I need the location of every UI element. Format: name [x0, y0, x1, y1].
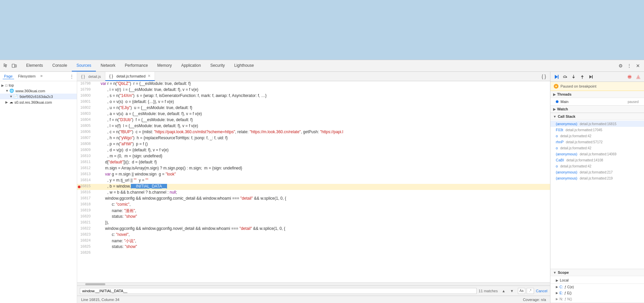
code-line-16816: 16816 , w = b && b.channel ? b.channel :… — [77, 190, 550, 196]
search-next-button[interactable]: ▼ — [508, 288, 516, 294]
threads-section-header[interactable]: ▶ Threads — [550, 91, 644, 98]
line-num-16824: 16824 — [77, 238, 94, 242]
settings-icon[interactable]: ⚙ — [617, 62, 624, 69]
device-toolbar-icon[interactable] — [11, 62, 17, 69]
line-code-16808: , p = n("aFtW") p = f () — [94, 142, 550, 146]
tab-console[interactable]: Console — [48, 60, 72, 71]
line-code-16810: , m = (0, m = {sign: undefined} — [94, 154, 550, 158]
file-tab-detail-formatted[interactable]: { } detail.js:formatted ✕ — [105, 72, 155, 81]
scope-item-C[interactable]: ▶ C: ƒ C(e) — [550, 284, 644, 290]
tab-memory[interactable]: Memory — [153, 60, 176, 71]
tab-format-icon[interactable]: { } — [540, 73, 547, 80]
tree-item-domain1[interactable]: ▼ 🌐 www.360kuai.com — [0, 88, 77, 94]
search-cancel-button[interactable]: Cancel — [536, 289, 547, 293]
devtools-body: Page Filesystem » ⋮ ▶ □ top ▼ 🌐 — [0, 72, 644, 303]
line-num-16805: 16805 — [77, 123, 94, 128]
watch-section-header[interactable]: ▶ Watch — [550, 106, 644, 113]
tab-security[interactable]: Security — [206, 60, 229, 71]
line-code-16800: , s = n("14Xm") s = {wrap: f, isGenerato… — [94, 93, 550, 98]
tree-item-file1[interactable]: ▼ 📄 9def992c6163da2c3 — [0, 94, 77, 99]
scope-item-E[interactable]: ▶ E: ƒ E() — [550, 290, 644, 296]
line-code-16806: , c = n("fBUP") c = {mlist: "https://pap… — [94, 130, 550, 134]
call-stack-item-4[interactable]: o detail.js:formatted:42 — [550, 145, 644, 151]
call-stack-item-8[interactable]: (anonymous) detail.js:formatted:217 — [550, 169, 644, 175]
cs-fn-1: F03t — [556, 128, 563, 132]
more-options-icon[interactable]: ⋮ — [626, 62, 633, 69]
code-area: { } detail.js { } detail.js:formatted ✕ … — [77, 72, 550, 303]
threads-label: Threads — [557, 92, 572, 96]
sidebar-more-icon[interactable]: ⋮ — [69, 74, 74, 79]
line-code-16811: d["default"])(); d = {default: f} — [94, 160, 550, 164]
call-stack-item-7[interactable]: o detail.js:formatted:42 — [550, 163, 644, 169]
line-num-16819: 16819 — [77, 208, 94, 212]
inspect-element-icon[interactable] — [3, 62, 9, 69]
file-tab-label-1: detail.js — [88, 74, 101, 79]
line-num-16800: 16800 — [77, 93, 94, 97]
sidebar-tab-page[interactable]: Page — [3, 73, 14, 79]
pause-on-exceptions-button[interactable]: ! — [635, 73, 642, 81]
sidebar-tabs-more-icon[interactable]: » — [40, 73, 43, 79]
scope-item-E-value: ƒ E() — [564, 291, 572, 295]
horizontal-scrollbar[interactable] — [77, 282, 550, 286]
call-stack-item-1[interactable]: F03t detail.js:formatted:17045 — [550, 127, 644, 133]
code-line-16820: 16820 status: "show" — [77, 214, 550, 220]
call-stack-item-6[interactable]: CaBI detail.js:formatted:14108 — [550, 157, 644, 163]
call-stack-item-5[interactable]: (anonymous) detail.js:formatted:14069 — [550, 151, 644, 157]
sidebar-tab-filesystem[interactable]: Filesystem — [17, 73, 37, 79]
search-prev-button[interactable]: ▲ — [500, 288, 507, 294]
call-stack-item-3[interactable]: rhnP detail.js:formatted:57172 — [550, 139, 644, 145]
thread-main[interactable]: Main paused — [550, 99, 644, 105]
paused-banner: ● Paused on breakpoint — [550, 82, 644, 91]
file-tab-detail-js[interactable]: { } detail.js — [77, 72, 105, 81]
call-stack-item-9[interactable]: (anonymous) detail.js:formatted:219 — [550, 175, 644, 181]
line-code-16801: , o = v(s) o = {default: {…}}, v = f v(e… — [94, 99, 550, 104]
resume-button[interactable] — [552, 73, 560, 81]
status-bar: Line 16815, Column 34 Coverage: n/a — [77, 296, 550, 303]
line-num-16821: 16821 — [77, 220, 94, 224]
deactivate-breakpoints-button[interactable] — [626, 73, 633, 81]
line-code-16804: , f = n("D3Ub") f = {__esModule: true, d… — [94, 117, 550, 122]
line-num-16823: 16823 — [77, 232, 94, 236]
cs-loc-0: detail.js:formatted:16815 — [580, 122, 616, 126]
line-num-16807: 16807 — [77, 136, 94, 140]
step-over-button[interactable] — [561, 73, 569, 81]
file-tab-close-icon[interactable]: ✕ — [148, 74, 151, 78]
tab-application[interactable]: Application — [176, 60, 206, 71]
tab-performance[interactable]: Performance — [120, 60, 153, 71]
code-line-16819: 16819 name: "漫画", — [77, 208, 550, 214]
step-out-button[interactable] — [579, 73, 586, 81]
line-code-16824: name: "小说", — [94, 238, 550, 244]
tab-elements[interactable]: Elements — [21, 60, 48, 71]
thread-dot-main — [556, 100, 558, 103]
scope-section-header[interactable]: ▼ Scope — [550, 269, 644, 276]
call-stack-item-2[interactable]: o detail.js:formatted:42 — [550, 133, 644, 139]
scroll-thumb[interactable] — [85, 283, 105, 285]
close-devtools-icon[interactable]: ✕ — [635, 62, 641, 69]
step-button[interactable] — [587, 73, 595, 81]
scope-item-C-arrow: ▶ — [556, 285, 558, 289]
cs-loc-8: detail.js:formatted:217 — [580, 170, 612, 174]
tab-sources[interactable]: Sources — [72, 60, 96, 71]
scope-item-N[interactable]: ▶ N: ƒ N() — [550, 296, 644, 302]
call-stack-item-0[interactable]: (anonymous) detail.js:formatted:16815 — [550, 121, 644, 127]
cs-fn-3: rhnP — [556, 140, 564, 144]
tab-lighthouse[interactable]: Lighthouse — [229, 60, 259, 71]
code-line-16821: 16821 }), — [77, 220, 550, 226]
search-regex-button[interactable]: .* — [527, 288, 534, 294]
tree-item-top[interactable]: ▶ □ top — [0, 83, 77, 88]
search-input[interactable] — [80, 288, 477, 294]
line-code-16814: , y = m.tj_url || "" y = "" — [94, 178, 550, 183]
line-num-16810: 16810 — [77, 154, 94, 158]
watch-arrow-icon: ▶ — [553, 107, 556, 111]
local-scope-header[interactable]: ▶ Local — [550, 277, 644, 284]
scope-item-E-arrow: ▶ — [556, 291, 558, 295]
search-case-sensitive-button[interactable]: Aa — [518, 288, 525, 294]
call-stack-header[interactable]: ▼ Call Stack — [550, 113, 644, 120]
step-into-button[interactable] — [570, 73, 577, 81]
tab-network[interactable]: Network — [96, 60, 120, 71]
line-code-16802: , u = n("EJiy") u = {__esModule: true, d… — [94, 105, 550, 110]
line-num-16802: 16802 — [77, 105, 94, 109]
code-editor[interactable]: 16798 var r = n("QbLZ") r = {__esModule:… — [77, 81, 550, 282]
scope-item-N-value: ƒ N() — [565, 297, 572, 301]
tree-item-domain2[interactable]: ▶ ☁ s0.ssl.res.360kuai.com — [0, 99, 77, 105]
